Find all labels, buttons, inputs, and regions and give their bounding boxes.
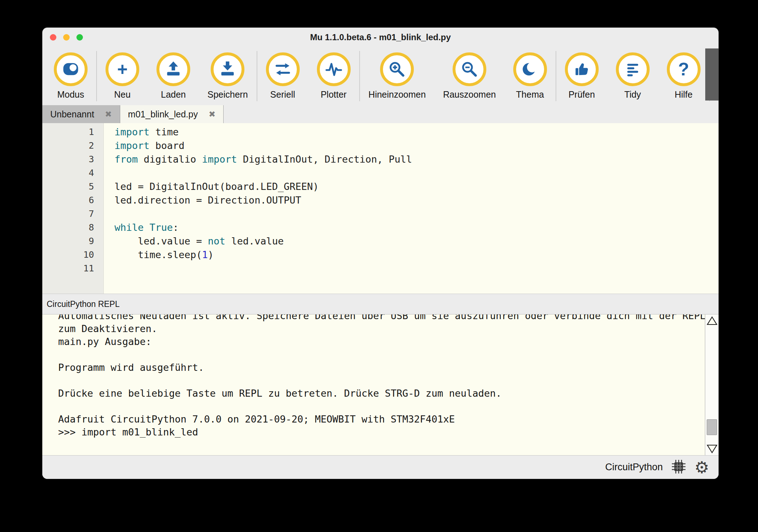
toolbar: Modus + Neu Laden	[42, 47, 719, 105]
repl-pane-title: CircuitPython REPL	[47, 299, 120, 309]
tab-bar: Unbenannt ✖ m01_blink_led.py ✖	[42, 105, 719, 123]
code-line: led = DigitalInOut(board.LED_GREEN)	[114, 180, 412, 193]
toolbar-button-label: Prüfen	[568, 89, 595, 100]
repl-pane-header: CircuitPython REPL	[42, 294, 719, 314]
scroll-down-icon[interactable]	[706, 444, 718, 454]
code-segment: import	[114, 140, 150, 151]
code-line: import time	[114, 125, 412, 139]
minimize-window-button[interactable]	[63, 34, 70, 41]
tab-label: Unbenannt	[50, 109, 94, 120]
toolbar-button-label: Hilfe	[675, 89, 693, 100]
repl-line: zum Deaktivieren.	[58, 322, 705, 335]
repl-pane[interactable]: Automatisches Neuladen ist aktiv. Speich…	[42, 314, 719, 455]
toolbar-button-label: Laden	[161, 89, 186, 100]
gear-icon[interactable]: ⚙	[694, 459, 709, 476]
check-button[interactable]: Prüfen	[556, 52, 607, 100]
plus-glyph: +	[117, 60, 127, 78]
repl-line	[58, 348, 705, 361]
code-segment	[144, 222, 149, 233]
scroll-up-icon[interactable]	[706, 316, 718, 326]
tidy-lines-icon	[616, 52, 650, 86]
save-icon	[211, 52, 244, 86]
code-segment: led.direction = Direction.OUTPUT	[114, 195, 301, 206]
line-number: 11	[42, 262, 94, 275]
code-line	[114, 207, 412, 221]
code-segment: led = DigitalInOut(board.LED_GREEN)	[114, 181, 319, 192]
chip-icon[interactable]	[671, 459, 687, 476]
line-number: 1	[42, 125, 94, 139]
question-glyph: ?	[678, 60, 689, 78]
line-number: 9	[42, 234, 94, 248]
code-segment: led.value	[225, 235, 284, 247]
code-lines[interactable]: import timeimport boardfrom digitalio im…	[104, 123, 412, 294]
desktop-background: Mu 1.1.0.beta.6 - m01_blink_led.py Modus…	[0, 0, 758, 532]
code-line: led.direction = Direction.OUTPUT	[114, 193, 412, 207]
plotter-icon	[317, 52, 351, 86]
code-line: time.sleep(1)	[114, 248, 412, 262]
status-bar: CircuitPython ⚙	[42, 455, 719, 479]
help-button[interactable]: ? Hilfe	[658, 52, 709, 100]
zoom-in-button[interactable]: Hineinzoomen	[360, 52, 435, 100]
code-line	[114, 262, 412, 275]
repl-line	[58, 374, 705, 387]
code-segment: led.value =	[114, 235, 208, 247]
repl-line: Drücke eine beliebige Taste um REPL zu b…	[58, 387, 705, 400]
line-number: 8	[42, 221, 94, 234]
zoom-window-button[interactable]	[76, 34, 83, 41]
serial-icon	[266, 52, 300, 86]
code-segment: board	[150, 140, 185, 151]
code-line	[114, 166, 412, 180]
line-number: 6	[42, 193, 94, 207]
tab-unbenannt[interactable]: Unbenannt ✖	[42, 105, 120, 123]
line-number: 4	[42, 166, 94, 180]
code-segment: from	[114, 154, 138, 165]
load-icon	[156, 52, 190, 86]
tab-close-icon[interactable]: ✖	[105, 110, 112, 118]
code-segment: import	[114, 126, 150, 137]
editor-scrollbar-block[interactable]	[705, 48, 719, 101]
toolbar-button-label: Thema	[516, 89, 544, 100]
theme-button[interactable]: Thema	[505, 52, 556, 100]
repl-line: >>> import m01_blink_led	[58, 426, 705, 439]
tab-close-icon[interactable]: ✖	[209, 110, 215, 118]
window-title: Mu 1.1.0.beta.6 - m01_blink_led.py	[310, 32, 451, 42]
line-number: 2	[42, 139, 94, 153]
repl-scrollbar[interactable]	[705, 314, 719, 455]
code-segment: :	[173, 222, 179, 233]
new-file-icon: +	[106, 52, 139, 86]
line-number: 7	[42, 207, 94, 221]
code-line: import board	[114, 139, 412, 153]
zoom-out-button[interactable]: Rauszoomen	[434, 52, 504, 100]
repl-scrollbar-thumb[interactable]	[707, 419, 717, 435]
code-line: led.value = not led.value	[114, 234, 412, 248]
line-number: 10	[42, 248, 94, 262]
code-segment: DigitalInOut, Direction, Pull	[237, 154, 412, 165]
mu-editor-window: Mu 1.1.0.beta.6 - m01_blink_led.py Modus…	[42, 28, 719, 479]
gutter: 1234567891011	[42, 123, 104, 294]
tidy-button[interactable]: Tidy	[607, 52, 658, 100]
mode-button[interactable]: Modus	[45, 52, 96, 100]
toolbar-button-label: Modus	[57, 89, 84, 100]
toolbar-button-label: Tidy	[624, 89, 641, 100]
toolbar-button-label: Neu	[114, 89, 131, 100]
code-segment: True	[150, 222, 173, 233]
repl-lines[interactable]: Automatisches Neuladen ist aktiv. Speich…	[42, 314, 705, 439]
repl-line: Automatisches Neuladen ist aktiv. Speich…	[58, 314, 705, 322]
tab-m01-blink-led[interactable]: m01_blink_led.py ✖	[120, 105, 224, 123]
load-button[interactable]: Laden	[148, 52, 199, 100]
code-line: while True:	[114, 221, 412, 234]
serial-button[interactable]: Seriell	[257, 52, 308, 100]
close-window-button[interactable]	[50, 34, 56, 41]
line-number: 3	[42, 153, 94, 166]
status-mode-label[interactable]: CircuitPython	[605, 462, 663, 473]
toolbar-button-label: Speichern	[207, 89, 248, 100]
save-button[interactable]: Speichern	[199, 52, 257, 100]
repl-line: Programm wird ausgeführt.	[58, 361, 705, 374]
code-segment: not	[208, 235, 225, 247]
code-segment: time	[150, 126, 179, 137]
code-editor[interactable]: 1234567891011 import timeimport boardfro…	[42, 123, 719, 294]
new-file-button[interactable]: + Neu	[97, 52, 148, 100]
plotter-button[interactable]: Plotter	[308, 52, 359, 100]
title-bar[interactable]: Mu 1.1.0.beta.6 - m01_blink_led.py	[42, 28, 719, 47]
code-segment: )	[208, 249, 214, 260]
